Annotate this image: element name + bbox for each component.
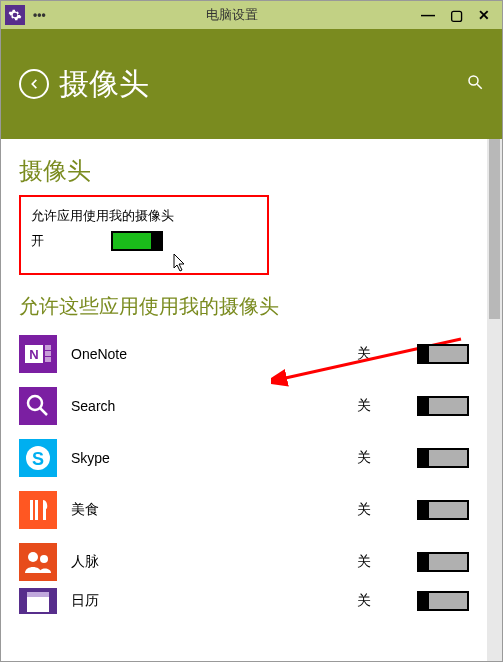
app-name: Skype <box>71 450 357 466</box>
app-toggle[interactable] <box>417 396 469 416</box>
allow-apps-label: 允许应用使用我的摄像头 <box>31 207 207 225</box>
app-name: 美食 <box>71 501 357 519</box>
close-button[interactable]: ✕ <box>470 7 498 23</box>
app-toggle-state: 关 <box>357 449 417 467</box>
calendar-icon <box>19 588 57 614</box>
search-app-icon <box>19 387 57 425</box>
svg-rect-6 <box>45 345 51 350</box>
app-row-food: 美食 关 <box>19 484 469 536</box>
app-toggle-state: 关 <box>357 501 417 519</box>
maximize-button[interactable]: ▢ <box>442 7 470 23</box>
master-toggle-state: 开 <box>31 232 111 250</box>
app-row-calendar: 日历 关 <box>19 588 469 614</box>
page-header: 摄像头 <box>1 29 502 139</box>
app-toggle[interactable] <box>417 500 469 520</box>
app-toggle[interactable] <box>417 591 469 611</box>
svg-rect-17 <box>35 500 38 520</box>
svg-rect-7 <box>45 351 51 356</box>
app-name: OneNote <box>71 346 357 362</box>
svg-rect-8 <box>45 357 51 362</box>
page-title: 摄像头 <box>59 64 466 105</box>
highlight-annotation: 允许应用使用我的摄像头 开 <box>19 195 269 275</box>
app-row-skype: S Skype 关 <box>19 432 469 484</box>
skype-icon: S <box>19 439 57 477</box>
scrollbar[interactable] <box>487 139 502 662</box>
app-row-search: Search 关 <box>19 380 469 432</box>
section-camera-title: 摄像头 <box>19 155 469 187</box>
svg-point-0 <box>469 76 478 85</box>
svg-rect-16 <box>30 500 33 520</box>
settings-app-icon <box>5 5 25 25</box>
svg-text:S: S <box>32 449 44 469</box>
titlebar: ••• 电脑设置 — ▢ ✕ <box>1 1 502 29</box>
scrollbar-thumb[interactable] <box>489 139 500 319</box>
people-icon <box>19 543 57 581</box>
svg-point-20 <box>40 555 48 563</box>
window-title: 电脑设置 <box>50 6 414 24</box>
app-row-people: 人脉 关 <box>19 536 469 588</box>
svg-line-1 <box>477 84 482 89</box>
app-name: 人脉 <box>71 553 357 571</box>
search-icon <box>466 73 484 91</box>
app-list: N OneNote 关 Search 关 S Skype 关 <box>19 328 469 614</box>
overflow-menu-icon[interactable]: ••• <box>29 8 50 22</box>
svg-point-19 <box>28 552 38 562</box>
arrow-left-icon <box>27 77 41 91</box>
app-toggle[interactable] <box>417 344 469 364</box>
svg-text:N: N <box>29 347 38 362</box>
app-toggle[interactable] <box>417 448 469 468</box>
minimize-button[interactable]: — <box>414 7 442 23</box>
search-button[interactable] <box>466 73 484 95</box>
settings-content: 摄像头 允许应用使用我的摄像头 开 允许这些应用使用我的摄像头 N <box>1 139 487 662</box>
food-icon <box>19 491 57 529</box>
app-toggle[interactable] <box>417 552 469 572</box>
cursor-icon <box>173 253 187 277</box>
onenote-icon: N <box>19 335 57 373</box>
back-button[interactable] <box>19 69 49 99</box>
app-row-onenote: N OneNote 关 <box>19 328 469 380</box>
app-name: 日历 <box>71 592 357 610</box>
app-name: Search <box>71 398 357 414</box>
app-toggle-state: 关 <box>357 592 417 610</box>
app-toggle-state: 关 <box>357 553 417 571</box>
master-camera-toggle[interactable] <box>111 231 163 251</box>
section-apps-title: 允许这些应用使用我的摄像头 <box>19 293 469 320</box>
svg-rect-23 <box>27 592 49 597</box>
svg-rect-9 <box>19 387 57 425</box>
app-toggle-state: 关 <box>357 345 417 363</box>
svg-rect-18 <box>19 543 57 581</box>
app-toggle-state: 关 <box>357 397 417 415</box>
